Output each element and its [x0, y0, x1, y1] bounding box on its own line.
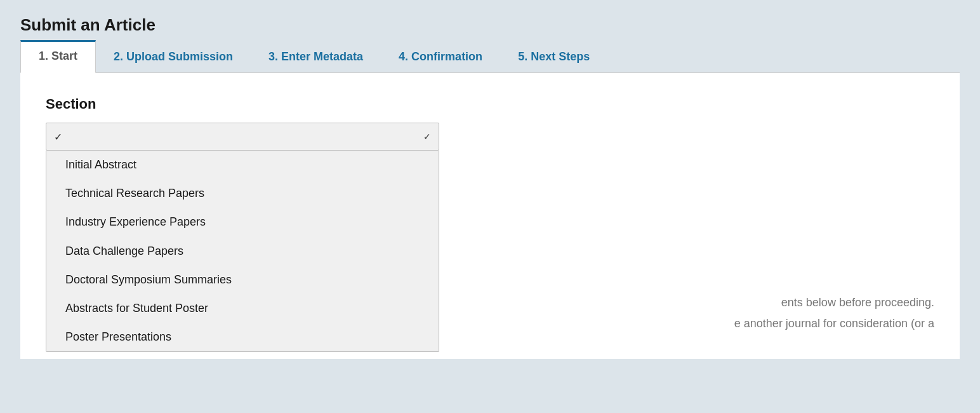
dropdown-item-abstracts-student[interactable]: Abstracts for Student Poster	[46, 294, 439, 323]
dropdown-item-initial-abstract[interactable]: Initial Abstract	[46, 151, 439, 179]
tab-confirmation[interactable]: 4. Confirmation	[381, 43, 500, 72]
section-select-box[interactable]: ✓ ✓	[46, 123, 439, 151]
dropdown-item-poster-presentations[interactable]: Poster Presentations	[46, 323, 439, 351]
select-arrow-icon: ✓	[423, 132, 431, 142]
background-text-line-2: e another journal for consideration (or …	[734, 313, 934, 334]
dropdown-item-technical-research[interactable]: Technical Research Papers	[46, 179, 439, 208]
tab-enter-metadata[interactable]: 3. Enter Metadata	[251, 43, 381, 72]
select-header[interactable]: ✓ ✓	[46, 123, 439, 150]
tab-next-steps[interactable]: 5. Next Steps	[500, 43, 607, 72]
content-area: Section ✓ ✓ Initial Abstract Technical R…	[20, 73, 960, 359]
tabs-container: 1. Start 2. Upload Submission 3. Enter M…	[20, 40, 960, 73]
section-dropdown-menu: Initial Abstract Technical Research Pape…	[46, 151, 439, 352]
tab-start[interactable]: 1. Start	[20, 40, 96, 73]
dropdown-item-data-challenge[interactable]: Data Challenge Papers	[46, 237, 439, 266]
section-select-container: ✓ ✓ Initial Abstract Technical Research …	[46, 123, 439, 151]
tab-upload-submission[interactable]: 2. Upload Submission	[96, 43, 251, 72]
background-text-area: ents below before proceeding. e another …	[734, 292, 934, 334]
select-checkmark-icon: ✓	[54, 131, 62, 143]
section-label: Section	[46, 96, 934, 112]
background-text-line-1: ents below before proceeding.	[734, 292, 934, 313]
dropdown-item-industry-experience[interactable]: Industry Experience Papers	[46, 208, 439, 236]
page-title: Submit an Article	[20, 15, 960, 35]
page-wrapper: Submit an Article 1. Start 2. Upload Sub…	[0, 0, 980, 413]
dropdown-item-doctoral-symposium[interactable]: Doctoral Symposium Summaries	[46, 266, 439, 294]
